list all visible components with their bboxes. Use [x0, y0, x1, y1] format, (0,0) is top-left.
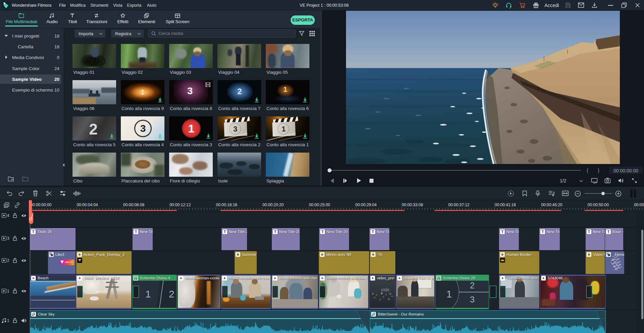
svg-text:00:00:25:00: 00:00:25:00	[309, 203, 330, 207]
svg-text:00:00:12:12: 00:00:12:12	[169, 203, 191, 207]
svg-text:00:00:16:16: 00:00:16:16	[216, 203, 238, 207]
svg-text:00:00:45:20: 00:00:45:20	[541, 203, 562, 207]
svg-text:00:00:33:08: 00:00:33:08	[402, 203, 423, 207]
svg-text:00:00:00:00: 00:00:00:00	[30, 203, 52, 207]
svg-text:00:00:50:00: 00:00:50:00	[588, 203, 609, 207]
svg-text:00:00:29:04: 00:00:29:04	[355, 203, 377, 207]
svg-text:00:00:41:16: 00:00:41:16	[495, 203, 516, 207]
svg-text:00:00:04:04: 00:00:04:04	[77, 203, 98, 207]
svg-text:00:00:08:08: 00:00:08:08	[123, 203, 145, 207]
svg-text:00:00:20:20: 00:00:20:20	[262, 203, 284, 207]
svg-text:00:00:37:12: 00:00:37:12	[448, 203, 470, 207]
svg-text:?: ?	[495, 4, 496, 6]
svg-text:00:00:54:04: 00:00:54:04	[634, 203, 644, 207]
